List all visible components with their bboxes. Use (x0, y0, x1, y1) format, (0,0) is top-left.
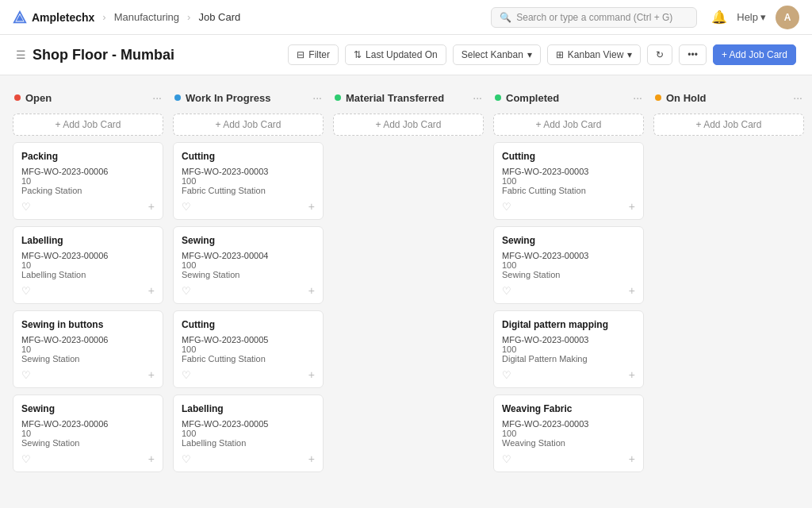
card-work-order[interactable]: MFG-WO-2023-00004 (182, 251, 315, 260)
column-menu-button[interactable]: ··· (793, 91, 802, 104)
refresh-button[interactable]: ↻ (647, 44, 672, 65)
card-quantity: 100 (502, 260, 635, 270)
add-job-card-material-transferred[interactable]: + Add Job Card (333, 114, 484, 136)
sort-button[interactable]: ⇅ Last Updated On (345, 44, 446, 65)
kanban-card: PackingMFG-WO-2023-0000610Packing Statio… (13, 142, 163, 220)
logo-icon (13, 10, 27, 25)
card-station: Sewing Station (21, 438, 155, 448)
column-header-material-transferred: Material Transferred··· (333, 88, 484, 107)
card-station: Fabric Cutting Station (502, 186, 635, 195)
card-favorite-icon[interactable]: ♡ (21, 453, 31, 465)
search-bar[interactable]: 🔍 Search or type a command (Ctrl + G) (491, 7, 697, 28)
card-favorite-icon[interactable]: ♡ (502, 369, 511, 381)
card-favorite-icon[interactable]: ♡ (21, 201, 31, 213)
column-menu-button[interactable]: ··· (312, 91, 322, 104)
card-operation: Packing (21, 151, 155, 162)
card-operation: Sewing in buttons (21, 319, 155, 330)
card-work-order[interactable]: MFG-WO-2023-00003 (502, 335, 635, 344)
card-footer: ♡+ (21, 452, 155, 465)
card-footer: ♡+ (182, 284, 315, 297)
card-add-icon[interactable]: + (629, 200, 635, 213)
page-title-area: ☰ Shop Floor - Mumbai (16, 47, 288, 64)
card-add-icon[interactable]: + (629, 368, 635, 381)
card-favorite-icon[interactable]: ♡ (182, 453, 191, 465)
card-work-order[interactable]: MFG-WO-2023-00006 (21, 335, 155, 344)
card-work-order[interactable]: MFG-WO-2023-00006 (21, 419, 155, 429)
card-add-icon[interactable]: + (629, 452, 635, 465)
kanban-card: SewingMFG-WO-2023-0000610Sewing Station♡… (13, 394, 163, 472)
cards-list-open: PackingMFG-WO-2023-0000610Packing Statio… (13, 142, 163, 472)
breadcrumb-jobcard[interactable]: Job Card (198, 11, 240, 23)
card-operation: Cutting (182, 319, 315, 330)
card-favorite-icon[interactable]: ♡ (182, 285, 191, 297)
add-job-card-wip[interactable]: + Add Job Card (173, 114, 324, 136)
card-work-order[interactable]: MFG-WO-2023-00006 (21, 167, 155, 176)
card-footer: ♡+ (21, 200, 155, 213)
column-on-hold: On Hold···+ Add Job Card (653, 88, 804, 491)
hamburger-icon[interactable]: ☰ (16, 48, 26, 61)
card-station: Weaving Station (502, 438, 635, 448)
kanban-board: Open···+ Add Job CardPackingMFG-WO-2023-… (0, 75, 812, 504)
column-status-dot (14, 94, 21, 101)
add-job-card-completed[interactable]: + Add Job Card (493, 114, 644, 136)
column-status-dot (495, 94, 501, 101)
column-menu-button[interactable]: ··· (152, 91, 162, 104)
select-kanban-button[interactable]: Select Kanban ▾ (453, 44, 541, 65)
column-menu-button[interactable]: ··· (473, 91, 482, 104)
card-favorite-icon[interactable]: ♡ (21, 369, 31, 381)
kanban-view-button[interactable]: ⊞ Kanban View ▾ (547, 44, 642, 65)
card-operation: Cutting (502, 151, 635, 162)
card-quantity: 100 (502, 344, 635, 354)
card-work-order[interactable]: MFG-WO-2023-00006 (21, 251, 155, 260)
card-add-icon[interactable]: + (629, 284, 635, 297)
card-favorite-icon[interactable]: ♡ (21, 285, 31, 297)
card-add-icon[interactable]: + (308, 452, 315, 465)
add-job-card-on-hold[interactable]: + Add Job Card (653, 114, 804, 136)
notification-icon[interactable]: 🔔 (711, 10, 727, 25)
kanban-card: CuttingMFG-WO-2023-00003100Fabric Cuttin… (173, 142, 324, 220)
card-footer: ♡+ (21, 368, 155, 381)
column-wip: Work In Progress···+ Add Job CardCutting… (173, 88, 324, 491)
card-work-order[interactable]: MFG-WO-2023-00003 (502, 419, 635, 429)
breadcrumb-sep-2: › (187, 11, 190, 23)
card-add-icon[interactable]: + (148, 452, 155, 465)
column-status-dot (335, 94, 341, 101)
card-work-order[interactable]: MFG-WO-2023-00003 (182, 167, 315, 176)
kanban-card: SewingMFG-WO-2023-00003100Sewing Station… (493, 226, 644, 304)
cards-list-wip: CuttingMFG-WO-2023-00003100Fabric Cuttin… (173, 142, 324, 472)
card-favorite-icon[interactable]: ♡ (502, 285, 511, 297)
card-favorite-icon[interactable]: ♡ (502, 201, 511, 213)
help-button[interactable]: Help ▾ (737, 11, 766, 23)
card-work-order[interactable]: MFG-WO-2023-00003 (502, 167, 635, 176)
card-favorite-icon[interactable]: ♡ (182, 369, 191, 381)
card-add-icon[interactable]: + (148, 368, 155, 381)
card-favorite-icon[interactable]: ♡ (502, 453, 511, 465)
page-title: Shop Floor - Mumbai (33, 47, 174, 64)
column-header-open: Open··· (13, 88, 163, 107)
more-button[interactable]: ••• (679, 44, 707, 65)
card-add-icon[interactable]: + (148, 200, 155, 213)
column-completed: Completed···+ Add Job CardCuttingMFG-WO-… (493, 88, 644, 491)
card-add-icon[interactable]: + (308, 200, 315, 213)
card-add-icon[interactable]: + (308, 368, 315, 381)
brand-logo[interactable]: Ampletechx (13, 10, 94, 25)
card-work-order[interactable]: MFG-WO-2023-00005 (182, 335, 315, 344)
user-avatar[interactable]: A (776, 6, 799, 29)
kanban-card: LabellingMFG-WO-2023-0000610Labelling St… (13, 226, 163, 304)
card-add-icon[interactable]: + (148, 284, 155, 297)
column-status-dot (174, 94, 181, 101)
column-menu-button[interactable]: ··· (633, 91, 642, 104)
card-quantity: 100 (182, 176, 315, 186)
card-add-icon[interactable]: + (308, 284, 315, 297)
card-work-order[interactable]: MFG-WO-2023-00003 (502, 251, 635, 260)
kanban-chevron-icon: ▾ (627, 49, 632, 60)
add-job-card-open[interactable]: + Add Job Card (13, 114, 163, 136)
column-title: Material Transferred (346, 92, 468, 104)
card-work-order[interactable]: MFG-WO-2023-00005 (182, 419, 315, 429)
card-favorite-icon[interactable]: ♡ (182, 201, 191, 213)
breadcrumb-manufacturing[interactable]: Manufacturing (114, 11, 179, 23)
filter-button[interactable]: ⊟ Filter (288, 44, 339, 65)
card-station: Digital Pattern Making (502, 354, 635, 364)
cards-list-completed: CuttingMFG-WO-2023-00003100Fabric Cuttin… (493, 142, 644, 472)
add-job-card-button[interactable]: + Add Job Card (713, 44, 796, 65)
